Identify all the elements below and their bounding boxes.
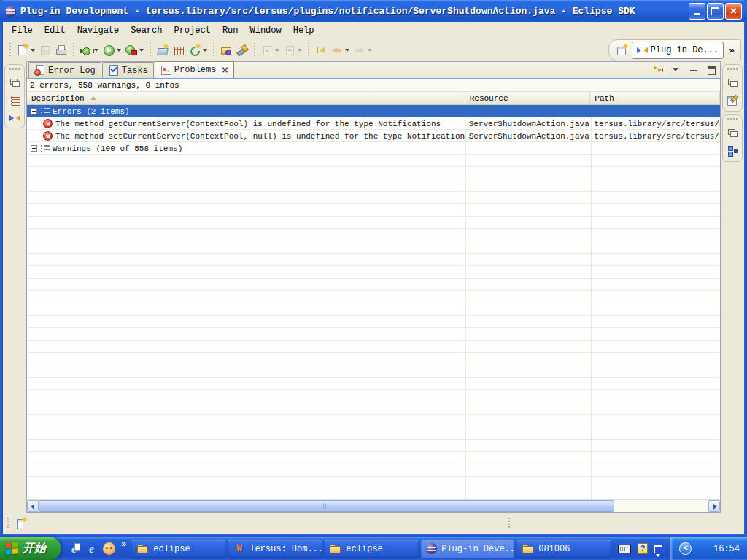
- dropdown-caret-icon[interactable]: [117, 49, 121, 52]
- close-tab-icon[interactable]: [222, 67, 228, 74]
- outline-icon[interactable]: [727, 145, 738, 157]
- tab-tasks[interactable]: Tasks: [102, 62, 154, 78]
- minimize-button[interactable]: [689, 3, 705, 20]
- tray-restore-icon[interactable]: [654, 545, 662, 553]
- table-row[interactable]: Errors (2 items): [27, 105, 720, 117]
- update-site-button[interactable]: [187, 43, 209, 58]
- eclipse-window: Plug-in Development - tersus.library/src…: [0, 0, 747, 537]
- fast-view-icon[interactable]: [15, 518, 27, 529]
- print-button[interactable]: [54, 43, 69, 58]
- menu-edit[interactable]: Edit: [39, 23, 71, 38]
- help-icon[interactable]: ?: [638, 543, 648, 554]
- taskbar-button-eclipse[interactable]: eclipse: [325, 540, 418, 558]
- quicklaunch-overflow-chevron[interactable]: »: [121, 540, 126, 550]
- dropdown-caret-icon[interactable]: [94, 49, 98, 52]
- column-label: Resource: [470, 94, 508, 103]
- column-header-path[interactable]: Path: [590, 92, 720, 104]
- messenger-icon[interactable]: [103, 542, 115, 555]
- table-row[interactable]: The method setCurrentServer(ContextPool,…: [27, 130, 720, 142]
- scrollbar-track[interactable]: [39, 500, 708, 512]
- plugin-build-button[interactable]: [171, 43, 186, 58]
- plugins-view-icon[interactable]: [9, 95, 20, 106]
- next-annotation-button[interactable]: [260, 43, 281, 58]
- error-icon: [43, 131, 53, 141]
- open-artifact-button[interactable]: [219, 43, 233, 58]
- column-header-resource[interactable]: Resource: [465, 92, 591, 104]
- menu-file[interactable]: File: [6, 23, 39, 38]
- new-wizard-button[interactable]: [15, 43, 36, 58]
- kaspersky-icon[interactable]: [697, 544, 708, 554]
- menu-navigate[interactable]: Navigate: [71, 23, 125, 38]
- drag-handle-icon[interactable]: [9, 68, 20, 70]
- table-row[interactable]: The method getCurrentServer(ContextPool)…: [27, 117, 720, 130]
- trim-grip: [508, 518, 510, 529]
- maximize-icon[interactable]: [705, 64, 717, 74]
- dropdown-caret-icon[interactable]: [298, 49, 302, 52]
- horizontal-scrollbar[interactable]: [27, 499, 720, 512]
- dropdown-caret-icon[interactable]: [275, 49, 279, 52]
- dropdown-caret-icon[interactable]: [31, 49, 35, 52]
- drag-handle-icon[interactable]: [727, 68, 738, 70]
- close-button[interactable]: [725, 3, 742, 20]
- previous-annotation-button[interactable]: [282, 43, 303, 58]
- start-label: 开始: [23, 541, 46, 556]
- scroll-left-button[interactable]: [27, 500, 39, 512]
- save-button[interactable]: [38, 43, 53, 58]
- perspective-button-plugin-dev[interactable]: Plug-in De...: [632, 42, 724, 59]
- maximize-button[interactable]: [707, 3, 724, 20]
- dropdown-caret-icon[interactable]: [203, 49, 207, 52]
- taskbar-button-081006[interactable]: 081006: [517, 540, 611, 558]
- scrollbar-thumb[interactable]: [39, 500, 614, 512]
- taskbar-button-tersus-hom-[interactable]: WTersus: Hom...: [228, 540, 322, 558]
- editor-icon[interactable]: [727, 95, 738, 106]
- dropdown-caret-icon[interactable]: [368, 49, 372, 52]
- cell-description: Warnings (100 of 558 items): [27, 142, 465, 155]
- ie-document-icon[interactable]: e: [68, 542, 80, 555]
- collapse-box-icon[interactable]: [31, 108, 37, 114]
- debug-button[interactable]: [79, 43, 100, 58]
- cell-description: The method getCurrentServer(ContextPool)…: [27, 117, 465, 130]
- menu-window[interactable]: Window: [244, 23, 287, 38]
- minimize-icon[interactable]: [688, 64, 700, 74]
- filter-icon[interactable]: [653, 64, 665, 74]
- dropdown-caret-icon[interactable]: [139, 49, 144, 52]
- menu-run[interactable]: Run: [217, 23, 244, 38]
- titlebar[interactable]: Plug-in Development - tersus.library/src…: [0, 0, 747, 22]
- forward-button[interactable]: [352, 43, 374, 58]
- column-label: Path: [595, 94, 614, 103]
- run-button[interactable]: [101, 43, 123, 58]
- dropdown-caret-icon[interactable]: [345, 49, 349, 52]
- scrollbar-grip-icon: [323, 504, 330, 509]
- restore-view-icon[interactable]: [9, 77, 20, 88]
- ie-icon[interactable]: e: [85, 542, 98, 555]
- save-icon: [39, 44, 51, 56]
- back-button[interactable]: [330, 43, 351, 58]
- problems-view: Error LogTasksProblems 2 errors, 558 war…: [26, 61, 721, 513]
- plugin-export-button[interactable]: [155, 43, 170, 58]
- drag-handle-icon[interactable]: [727, 118, 738, 120]
- menu-help[interactable]: Help: [287, 23, 320, 38]
- external-tools-button[interactable]: [124, 43, 145, 58]
- plugin-dev-icon[interactable]: [9, 113, 20, 123]
- keyboard-icon[interactable]: [618, 545, 631, 553]
- taskbar-button-plug-in-deve-[interactable]: Plug-in Deve...: [421, 540, 514, 558]
- last-edit-button[interactable]: [314, 43, 328, 58]
- search-button[interactable]: [235, 43, 249, 58]
- table-row[interactable]: Warnings (100 of 558 items): [27, 142, 720, 155]
- perspective-overflow-chevron[interactable]: »: [727, 45, 736, 56]
- menu-project[interactable]: Project: [168, 23, 216, 38]
- restore-view-icon[interactable]: [727, 127, 738, 139]
- taskbar-button-eclipse[interactable]: eclipse: [132, 540, 225, 558]
- tab-error-log[interactable]: Error Log: [28, 62, 101, 78]
- column-label: Description: [31, 94, 85, 103]
- show-hidden-icons-button[interactable]: <: [679, 542, 692, 555]
- start-button[interactable]: 开始: [0, 537, 61, 560]
- open-perspective-icon[interactable]: [616, 44, 628, 56]
- menu-search[interactable]: Search: [125, 23, 168, 38]
- view-menu-icon[interactable]: [670, 64, 682, 74]
- tab-problems[interactable]: Problems: [155, 61, 235, 78]
- restore-view-icon[interactable]: [727, 77, 738, 88]
- expand-box-icon[interactable]: [31, 145, 37, 152]
- column-header-description[interactable]: Description: [27, 92, 465, 104]
- scroll-right-button[interactable]: [708, 500, 720, 512]
